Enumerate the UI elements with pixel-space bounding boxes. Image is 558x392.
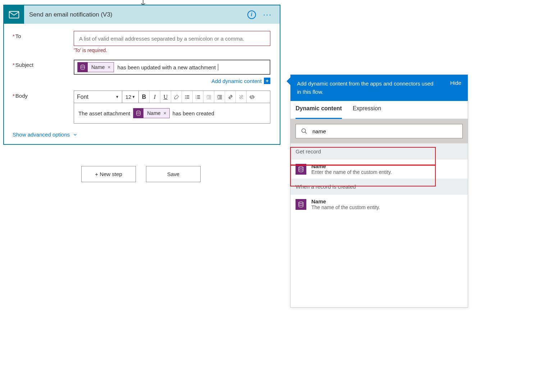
mail-icon [4, 5, 24, 24]
info-icon[interactable]: i [247, 10, 256, 19]
card-title: Send an email notification (V3) [24, 5, 247, 24]
subject-input[interactable]: Name × has been updated with a new attac… [74, 60, 270, 75]
link-button[interactable] [225, 91, 236, 103]
unlink-button[interactable] [236, 91, 247, 103]
dynamic-content-panel: Add dynamic content from the apps and co… [290, 74, 468, 308]
svg-rect-9 [197, 95, 200, 96]
body-text-after: has been created [173, 110, 214, 116]
underline-button[interactable]: U [160, 91, 171, 103]
highlight-button[interactable] [171, 91, 182, 103]
card-header[interactable]: Send an email notification (V3) i ··· [4, 5, 280, 24]
tab-dynamic-content[interactable]: Dynamic content [296, 105, 342, 119]
section-get-record: Get record [291, 143, 468, 160]
database-icon [296, 199, 306, 210]
database-icon [133, 108, 143, 118]
svg-rect-1 [9, 11, 19, 18]
svg-rect-17 [207, 98, 211, 99]
new-step-button[interactable]: + New step [81, 166, 136, 182]
email-action-card: Send an email notification (V3) i ··· *T… [3, 5, 280, 145]
search-box[interactable] [296, 124, 463, 138]
svg-rect-20 [219, 97, 221, 98]
body-editor: Font▼ 12▼ B I U 123 [74, 91, 270, 124]
panel-pointer [287, 77, 291, 86]
body-content[interactable]: The asset attachment Name × has been cre… [74, 103, 270, 123]
svg-rect-7 [186, 98, 189, 98]
to-input[interactable] [74, 31, 270, 46]
subject-label: *Subject [13, 60, 74, 84]
svg-point-4 [185, 97, 186, 97]
font-select[interactable]: Font▼ [74, 91, 122, 103]
result-name-get-record[interactable]: Name Enter the name of the custom entity… [291, 160, 468, 179]
database-icon [296, 164, 306, 175]
more-menu-icon[interactable]: ··· [263, 11, 272, 19]
svg-rect-11 [197, 97, 200, 97]
svg-rect-19 [219, 96, 221, 97]
token-name[interactable]: Name × [77, 62, 114, 72]
svg-rect-13 [197, 98, 200, 98]
code-view-button[interactable] [247, 91, 257, 103]
outdent-button[interactable] [203, 91, 214, 103]
search-icon [301, 128, 307, 134]
tab-expression[interactable]: Expression [353, 105, 381, 119]
svg-rect-3 [186, 95, 189, 96]
editor-toolbar: Font▼ 12▼ B I U 123 [74, 91, 270, 103]
to-error: 'To' is required. [74, 47, 270, 53]
bullets-button[interactable] [182, 91, 193, 103]
body-label: *Body [13, 91, 74, 124]
svg-text:3: 3 [195, 97, 196, 99]
svg-rect-18 [218, 95, 222, 95]
subject-text: has been updated with a new attachment [116, 64, 216, 70]
token-name[interactable]: Name × [133, 108, 170, 118]
hide-button[interactable]: Hide [450, 80, 461, 86]
numbered-list-button[interactable]: 123 [193, 91, 203, 103]
italic-button[interactable]: I [150, 91, 160, 103]
panel-header: Add dynamic content from the apps and co… [291, 75, 468, 101]
save-button[interactable]: Save [146, 166, 201, 182]
database-icon [78, 62, 88, 72]
svg-point-6 [185, 98, 186, 99]
remove-token-icon[interactable]: × [164, 110, 169, 116]
svg-rect-15 [208, 96, 211, 97]
indent-button[interactable] [214, 91, 225, 103]
result-name-when-created[interactable]: Name The name of the custom entity. [291, 195, 468, 214]
search-input[interactable] [312, 128, 457, 134]
bold-button[interactable]: B [139, 91, 150, 103]
svg-rect-16 [208, 97, 211, 98]
svg-rect-14 [207, 95, 211, 95]
body-text-before: The asset attachment [78, 110, 130, 116]
svg-rect-21 [218, 98, 222, 99]
add-dynamic-content-link[interactable]: Add dynamic content [211, 78, 262, 84]
plus-icon[interactable]: + [264, 78, 270, 84]
svg-rect-5 [186, 97, 189, 97]
remove-token-icon[interactable]: × [108, 64, 113, 70]
chevron-down-icon [73, 132, 78, 137]
to-label: *To [13, 31, 74, 53]
svg-point-22 [302, 129, 306, 133]
svg-point-2 [185, 95, 186, 96]
section-when-created: When a record is created [291, 179, 468, 195]
show-advanced-link[interactable]: Show advanced options [13, 132, 270, 138]
size-select[interactable]: 12▼ [122, 91, 139, 103]
